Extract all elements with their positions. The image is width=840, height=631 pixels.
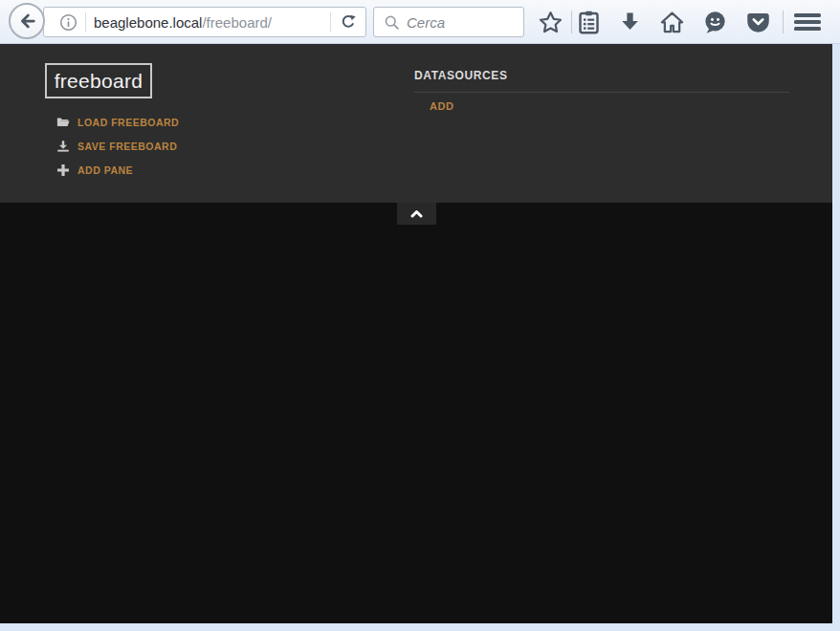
url-host: beaglebone.local — [94, 14, 202, 31]
save-download-icon — [56, 140, 70, 153]
dashboard-body — [0, 203, 832, 623]
url-bar-divider — [330, 12, 331, 32]
reload-icon — [339, 12, 358, 32]
url-path: /freeboard/ — [202, 14, 272, 31]
back-icon — [16, 11, 37, 32]
window-edge-bottom — [0, 623, 840, 631]
datasources-section: DATASOURCES ADD — [414, 69, 789, 114]
plus-icon — [56, 163, 70, 177]
browser-window: beaglebone.local /freeboard/ — [0, 0, 840, 631]
search-bar[interactable] — [373, 7, 524, 37]
window-edge-right — [832, 44, 840, 631]
back-button[interactable] — [9, 3, 45, 39]
star-icon[interactable] — [538, 10, 564, 35]
search-icon — [384, 14, 400, 31]
open-folder-icon — [56, 116, 70, 129]
logo-text: freeboard — [55, 70, 144, 93]
browser-toolbar: beaglebone.local /freeboard/ — [0, 0, 840, 44]
save-freeboard-button[interactable]: SAVE FREEBOARD — [56, 140, 179, 153]
datasources-title: DATASOURCES — [414, 69, 789, 82]
reload-button[interactable] — [339, 12, 365, 32]
add-datasource-link[interactable]: ADD — [430, 100, 453, 112]
add-pane-button[interactable]: ADD PANE — [56, 163, 179, 177]
toolbar-divider — [783, 11, 784, 33]
load-freeboard-button[interactable]: LOAD FREEBOARD — [56, 116, 179, 129]
download-icon[interactable] — [617, 10, 643, 35]
collapse-header-button[interactable] — [397, 203, 436, 225]
info-icon[interactable] — [59, 13, 77, 32]
pocket-icon[interactable] — [745, 10, 771, 35]
save-freeboard-label: SAVE FREEBOARD — [77, 141, 177, 152]
datasources-divider — [414, 92, 789, 93]
header-menu: LOAD FREEBOARD SAVE FREEBOARD ADD PAN — [56, 116, 179, 187]
url-bar-divider — [85, 12, 86, 32]
home-icon[interactable] — [659, 10, 685, 35]
chevron-up-icon — [410, 209, 423, 218]
menu-icon[interactable] — [793, 12, 822, 32]
freeboard-header-panel: freeboard LOAD FREEBOARD — [0, 44, 832, 203]
add-pane-label: ADD PANE — [77, 164, 133, 176]
toolbar-divider — [571, 11, 572, 33]
chat-icon[interactable] — [702, 10, 728, 35]
bookmarks-icon[interactable] — [576, 10, 602, 35]
url-bar[interactable]: beaglebone.local /freeboard/ — [43, 7, 366, 37]
freeboard-logo: freeboard — [45, 63, 152, 98]
search-input[interactable] — [407, 14, 516, 31]
load-freeboard-label: LOAD FREEBOARD — [77, 117, 179, 128]
